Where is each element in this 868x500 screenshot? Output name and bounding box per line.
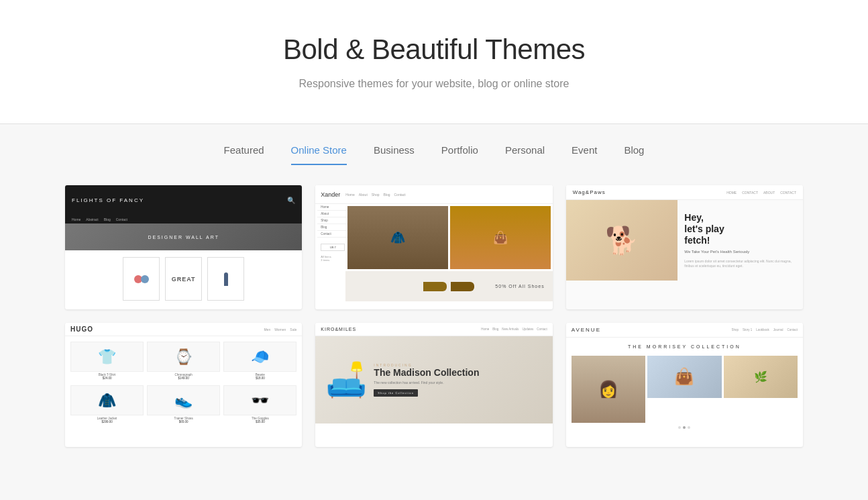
nav-item: Sale — [290, 328, 296, 332]
wag-main-content: 🐕 Hey,let's playfetch! We Take Your Pet'… — [566, 200, 803, 281]
tab-online-store[interactable]: Online Store — [291, 144, 347, 165]
theme-brand: Wag&Paws — [573, 189, 606, 195]
product-image: ⌚ — [147, 342, 220, 372]
theme-topbar: Xander Home About Shop Blog Contact — [315, 185, 552, 204]
product-bag: 👜 — [450, 206, 551, 269]
sidebar-filter: US 7 — [317, 242, 347, 253]
nav-item: Updates — [522, 328, 533, 331]
theme-brand: Xander — [321, 191, 340, 198]
kiro-collection-title: The Madison Collection — [374, 367, 479, 379]
avenue-image-2: 👜 — [647, 356, 721, 398]
nav-item: Home — [345, 193, 354, 197]
circle-blue — [141, 275, 149, 283]
xander-product-grid: 🧥 👜 — [345, 204, 552, 271]
avenue-image-grid: 👩 👜 🌿 — [566, 356, 803, 423]
page-title: Bold & Beautiful Themes — [13, 34, 855, 66]
nav-item: Contact — [787, 328, 798, 332]
nav-item: CONTACT — [742, 191, 758, 195]
nav-item: Story 1 — [743, 328, 752, 332]
sofa-image: 🛋️ — [325, 360, 367, 399]
sidebar-item: About — [317, 211, 347, 217]
theme-topbar: AVENUE Shop Story 1 Lookbook Journal Con… — [566, 323, 803, 338]
theme-card-wag-paws[interactable]: Wag&Paws HOME CONTACT ABOUT CONTACT 🐕 He… — [566, 185, 803, 309]
art-frame-1 — [123, 257, 160, 301]
sidebar-item: Blog — [317, 224, 347, 231]
product-shoes-banner: 50% Off All Shoes — [345, 271, 552, 301]
filter-count: All Items3 items — [317, 253, 347, 264]
nav-item: Abstract — [86, 217, 98, 221]
theme-topbar: KIRO&MILES Home Blog New Arrivals Update… — [315, 323, 552, 336]
theme-navbar: Home Blog New Arrivals Updates Contact — [481, 328, 547, 331]
tab-blog[interactable]: Blog — [624, 144, 644, 165]
theme-navbar: Home About Shop Blog Contact — [345, 193, 405, 197]
wag-subheading: We Take Your Pet's Health Seriously — [684, 250, 796, 254]
theme-art-grid: GREAT — [65, 250, 302, 307]
product-image: 🧢 — [223, 342, 296, 372]
nav-item: Lookbook — [756, 328, 769, 332]
tab-event[interactable]: Event — [572, 144, 597, 165]
kiro-hero-section: 🛋️ Introducing The Madison Collection Th… — [315, 336, 552, 423]
product-price: $24.00 — [70, 377, 144, 380]
avenue-collection-title: THE MORRISEY COLLECTION — [566, 338, 803, 356]
theme-card-flights-of-fancy[interactable]: FLIGHTS of FANCY 🔍 Home Abstract Blog Co… — [65, 185, 302, 309]
theme-tabs: Featured Online Store Business Portfolio… — [40, 144, 828, 165]
avenue-slider-dots — [566, 423, 803, 432]
nav-item: Shop — [731, 328, 739, 332]
product-item: ⌚ Chronograph $149.00 — [147, 342, 220, 380]
nav-item: HOME — [726, 191, 737, 195]
slider-dot — [678, 426, 681, 429]
theme-navbar: Shop Story 1 Lookbook Journal Contact — [731, 328, 798, 332]
theme-card-avenue[interactable]: AVENUE Shop Story 1 Lookbook Journal Con… — [566, 323, 803, 447]
sidebar-item: Contact — [317, 231, 347, 238]
hugo-product-grid: 👕 Black T-Shirt $24.00 ⌚ Chronograph $14… — [65, 336, 302, 385]
product-item: 👕 Black T-Shirt $24.00 — [70, 342, 144, 380]
hero-subtitle: Responsive themes for your website, blog… — [13, 78, 855, 90]
art-frame-2: GREAT — [165, 257, 202, 301]
hero-section: Bold & Beautiful Themes Responsive theme… — [0, 0, 868, 124]
nav-item: Contact — [537, 328, 547, 331]
theme-navbar: Home Abstract Blog Contact — [65, 215, 302, 223]
nav-item: Blog — [492, 328, 498, 331]
product-item: 👟 Trainer Shoes $65.00 — [147, 385, 220, 423]
nav-item: Men — [264, 328, 270, 332]
nav-item: New Arrivals — [502, 328, 519, 331]
kiro-collection-sub: The new collection has arrived. Find you… — [374, 381, 479, 385]
product-image: 👟 — [147, 385, 220, 415]
product-price: $35.00 — [223, 420, 296, 423]
wag-headline: Hey,let's playfetch! — [684, 212, 796, 246]
tab-portfolio[interactable]: Portfolio — [441, 144, 478, 165]
sidebar-item: Home — [317, 204, 347, 211]
theme-brand: KIRO&MILES — [321, 327, 356, 332]
slider-dot — [688, 426, 690, 429]
nav-item: About — [359, 193, 368, 197]
themes-grid: FLIGHTS of FANCY 🔍 Home Abstract Blog Co… — [65, 185, 803, 447]
tab-featured[interactable]: Featured — [224, 144, 264, 165]
theme-brand: HUGO — [70, 326, 93, 333]
hugo-product-grid-row2: 🧥 Leather Jacket $299.00 👟 Trainer Shoes… — [65, 385, 302, 429]
product-item: 🕶️ The Goggles $35.00 — [223, 385, 296, 423]
product-image: 🧥 — [70, 385, 144, 415]
tab-personal[interactable]: Personal — [505, 144, 545, 165]
tab-business[interactable]: Business — [374, 144, 415, 165]
theme-hero-image: DESIGNER WALL ART — [65, 223, 302, 250]
theme-card-kiro-miles[interactable]: KIRO&MILES Home Blog New Arrivals Update… — [315, 323, 552, 447]
nav-item: Home — [72, 217, 80, 221]
product-item: 🧢 Beanie $18.00 — [223, 342, 296, 380]
theme-topbar: Wag&Paws HOME CONTACT ABOUT CONTACT — [566, 185, 803, 200]
wag-body-text: Lorem ipsum dolor sit amet consectetur a… — [684, 259, 796, 268]
nav-item: ABOUT — [763, 191, 775, 195]
theme-card-xander[interactable]: Xander Home About Shop Blog Contact Home… — [315, 185, 552, 309]
kiro-cta-button[interactable]: Shop the Collection — [374, 389, 418, 397]
product-item: 🧥 Leather Jacket $299.00 — [70, 385, 144, 423]
product-price: $65.00 — [147, 420, 220, 423]
nav-item: CONTACT — [780, 191, 796, 195]
avenue-image-1: 👩 — [572, 356, 645, 423]
size-selector: US 7 — [321, 244, 345, 251]
product-price: $299.00 — [70, 420, 144, 423]
search-icon: 🔍 — [287, 197, 295, 204]
nav-item: Blog — [104, 217, 111, 221]
theme-tagline: DESIGNER WALL ART — [148, 235, 219, 240]
theme-topbar: HUGO Men Women Sale — [65, 323, 302, 336]
theme-card-hugo[interactable]: HUGO Men Women Sale 👕 Black T-Shirt $24.… — [65, 323, 302, 447]
product-image: 🕶️ — [223, 385, 296, 415]
